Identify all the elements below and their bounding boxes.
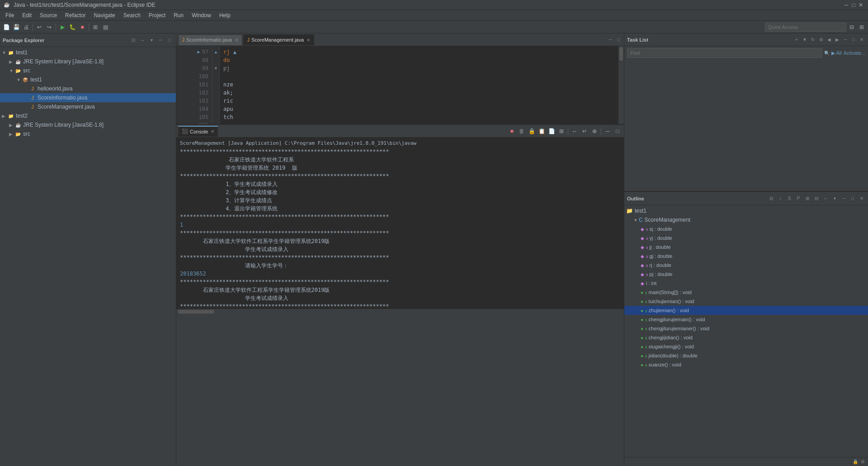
views-button[interactable]: ▤ <box>101 23 110 32</box>
console-scrollbar-thumb[interactable] <box>178 310 214 314</box>
menu-source[interactable]: Source <box>36 11 61 19</box>
outline-maximize[interactable]: □ <box>849 195 856 202</box>
code-content[interactable]: rj ▲ do pj nze ak; ric apu tch <box>220 46 618 124</box>
new-button[interactable]: 📄 <box>2 23 11 32</box>
tab-scoreinfo[interactable]: J ScoreInformatio.java ✕ <box>178 34 242 45</box>
open-perspective-button[interactable]: ⊞ <box>857 23 866 32</box>
outline-field-rj[interactable]: ◆ s rj : double <box>624 261 868 270</box>
tab-scoremgmt[interactable]: J ScoreManagement.java ✕ <box>243 34 314 45</box>
menu-search[interactable]: Search <box>120 11 144 19</box>
stop-button[interactable]: ■ <box>78 23 87 32</box>
console-content[interactable]: ScoreManagement [Java Application] C:\Pr… <box>176 138 624 309</box>
view-menu-button[interactable]: ▾ <box>148 37 155 44</box>
quick-access-input[interactable] <box>765 23 846 32</box>
undo-button[interactable]: ↩ <box>35 23 44 32</box>
console-link-editor[interactable]: ↔ <box>570 127 579 136</box>
editor-maximize-button[interactable]: □ <box>615 36 622 43</box>
tree-item-scoremgmt[interactable]: J ScoreManagement.java <box>0 102 176 111</box>
tree-item-helloeorld[interactable]: J helloeorld.java <box>0 84 176 93</box>
maximize-view-button[interactable]: ⊟ <box>847 23 856 32</box>
task-find-input[interactable] <box>627 48 822 58</box>
debug-button[interactable]: 🐛 <box>68 23 77 32</box>
console-paste-button[interactable]: 📄 <box>547 127 556 136</box>
outline-close[interactable]: ✕ <box>858 195 865 202</box>
close-tab-scoreinfo[interactable]: ✕ <box>235 38 238 43</box>
minimize-button[interactable]: ─ <box>843 2 850 8</box>
outline-settings[interactable]: ⚙ <box>859 458 866 466</box>
console-maximize[interactable]: □ <box>613 127 622 136</box>
close-console-tab[interactable]: ✕ <box>211 129 214 134</box>
perspective-button[interactable]: ⊞ <box>91 23 100 32</box>
run-button[interactable]: ▶ <box>58 23 67 32</box>
tree-item-jre2[interactable]: ▶ ☕ JRE System Library [JavaSE-1.8] <box>0 120 176 129</box>
scrollbar-thumb[interactable] <box>619 47 623 61</box>
maximize-panel-button[interactable]: □ <box>166 37 173 44</box>
redo-button[interactable]: ↪ <box>45 23 54 32</box>
console-copy-button[interactable]: 📋 <box>537 127 546 136</box>
outline-field-gj[interactable]: ◆ s gj : double <box>624 252 868 261</box>
menu-file[interactable]: File <box>2 11 18 19</box>
tree-item-jre1[interactable]: ▶ ☕ JRE System Library [JavaSE-1.8] <box>0 57 176 66</box>
editor-minimize-button[interactable]: ─ <box>607 36 614 43</box>
print-button[interactable]: 🖨 <box>22 23 31 32</box>
outline-expand-all[interactable]: ⊞ <box>804 195 811 202</box>
task-settings-button[interactable]: ⚙ <box>817 36 825 43</box>
console-clear-button[interactable]: 🗑 <box>517 127 526 136</box>
outline-link-editor[interactable]: ↔ <box>822 195 829 202</box>
collapse-all-button[interactable]: ⊡ <box>130 37 137 44</box>
tree-item-test2[interactable]: ▶ 📁 test2 <box>0 111 176 120</box>
task-filter-button[interactable]: ▼ <box>801 36 808 43</box>
save-button[interactable]: 💾 <box>12 23 21 32</box>
outline-field-sj[interactable]: ◆ s sj : double <box>624 224 868 233</box>
task-collapse-button[interactable]: ◀ <box>826 36 833 43</box>
outline-collapse-all[interactable]: ⊟ <box>813 195 820 202</box>
menu-window[interactable]: Window <box>188 11 215 19</box>
task-maximize[interactable]: □ <box>850 36 857 43</box>
link-editor-button[interactable]: ↔ <box>139 37 146 44</box>
menu-refactor[interactable]: Refactor <box>61 11 89 19</box>
outline-method-zhujie[interactable]: ● s zhujiemian() : void <box>624 306 868 315</box>
outline-field-pj[interactable]: ◆ s pj : double <box>624 270 868 279</box>
close-tab-scoremgmt[interactable]: ✕ <box>307 38 310 43</box>
menu-project[interactable]: Project <box>145 11 169 19</box>
tree-item-src1[interactable]: ▼ 📂 src <box>0 66 176 75</box>
outline-method-chengji2[interactable]: ● s chengjilurujiemianer() : void <box>624 324 868 333</box>
outline-sort[interactable]: ↕ <box>777 195 784 202</box>
console-tab-main[interactable]: ⬛ Console ✕ <box>178 126 218 137</box>
outline-test1[interactable]: 📁 test1 <box>624 206 868 215</box>
outline-scroll-lock[interactable]: 🔒 <box>852 458 859 466</box>
outline-method-main[interactable]: ● s main(String[]) : void <box>624 288 868 297</box>
task-new-button[interactable]: + <box>793 36 800 43</box>
fold-99[interactable]: ▼ <box>212 64 219 72</box>
outline-method-jidian1[interactable]: ● s chengjijidian() : void <box>624 333 868 342</box>
outline-method-jidian2[interactable]: ● s jidian(double) : double <box>624 351 868 360</box>
outline-method-xiugai[interactable]: ● s xiugaichengji() : void <box>624 342 868 351</box>
menu-edit[interactable]: Edit <box>19 11 35 19</box>
console-minimize[interactable]: ─ <box>603 127 612 136</box>
task-close[interactable]: ✕ <box>858 36 865 43</box>
outline-hide-static[interactable]: S <box>786 195 793 202</box>
tree-item-scoreinfo[interactable]: J ScoreInformatio.java <box>0 93 176 102</box>
close-button[interactable]: ✕ <box>857 2 864 8</box>
menu-navigate[interactable]: Navigate <box>90 11 118 19</box>
outline-method-xuanze[interactable]: ● s xuanze() : void <box>624 360 868 369</box>
editor-scrollbar[interactable] <box>618 46 624 124</box>
console-scroll-lock[interactable]: 🔒 <box>527 127 536 136</box>
console-word-wrap[interactable]: ↵ <box>580 127 589 136</box>
task-all-button[interactable]: ▶ All <box>831 50 842 56</box>
outline-hide-fields[interactable]: ⊟ <box>768 195 775 202</box>
task-refresh-button[interactable]: ↻ <box>809 36 816 43</box>
maximize-button[interactable]: □ <box>850 2 857 8</box>
console-stop-button[interactable]: ■ <box>507 127 516 136</box>
console-open-new[interactable]: ⊕ <box>590 127 599 136</box>
task-expand-button[interactable]: ▶ <box>834 36 841 43</box>
outline-field-yj[interactable]: ◆ s yj : double <box>624 233 868 243</box>
menu-run[interactable]: Run <box>170 11 187 19</box>
outline-field-i[interactable]: ◆ i : int <box>624 279 868 288</box>
outline-menu[interactable]: ▾ <box>831 195 838 202</box>
console-select-all[interactable]: ⊞ <box>557 127 566 136</box>
outline-method-tuichu[interactable]: ● s tuichujiemian() : void <box>624 297 868 306</box>
outline-minimize[interactable]: ─ <box>840 195 847 202</box>
menu-help[interactable]: Help <box>216 11 234 19</box>
task-minimize[interactable]: ─ <box>842 36 849 43</box>
